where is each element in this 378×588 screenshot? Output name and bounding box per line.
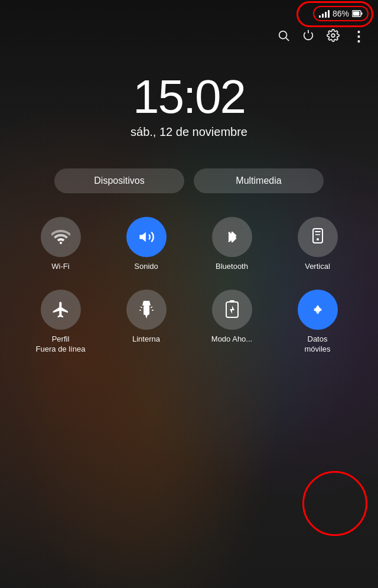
quick-buttons-row: Dispositivos Multimedia xyxy=(0,151,378,205)
linterna-label: Linterna xyxy=(132,334,160,345)
wifi-icon xyxy=(41,217,81,257)
svg-line-4 xyxy=(286,38,289,41)
datos-moviles-label: Datos móviles xyxy=(304,334,330,355)
tile-modo-ahorro[interactable]: Modo Aho... xyxy=(200,290,265,355)
flashlight-icon xyxy=(126,290,167,330)
battery-percent: 86% xyxy=(333,9,349,18)
svg-rect-2 xyxy=(353,12,360,16)
svg-rect-16 xyxy=(230,300,234,303)
modo-ahorro-label: Modo Aho... xyxy=(211,334,252,345)
tiles-row-2: Perfil Fuera de línea Linterna xyxy=(18,290,360,355)
svg-line-12 xyxy=(151,307,152,308)
battery-icon xyxy=(352,10,363,17)
more-icon[interactable]: ⋮ xyxy=(351,28,366,45)
search-icon[interactable] xyxy=(277,29,290,45)
clock-date: sáb., 12 de noviembre xyxy=(0,125,378,139)
tiles-section: Wi-Fi Sonido Bluetooth xyxy=(0,205,378,384)
status-bar: 86% xyxy=(0,0,378,24)
tiles-row-1: Wi-Fi Sonido Bluetooth xyxy=(18,217,360,272)
settings-icon[interactable] xyxy=(327,29,340,45)
perfil-label: Perfil Fuera de línea xyxy=(36,334,86,355)
svg-rect-7 xyxy=(313,229,322,243)
clock-section: 15:02 sáb., 12 de noviembre xyxy=(0,50,378,151)
tile-sonido[interactable]: Sonido xyxy=(114,217,179,272)
power-icon[interactable] xyxy=(302,29,315,45)
top-toolbar: ⋮ xyxy=(0,24,378,50)
bluetooth-icon xyxy=(212,217,252,257)
multimedia-button[interactable]: Multimedia xyxy=(194,168,324,193)
svg-point-8 xyxy=(317,238,319,241)
signal-icon xyxy=(319,9,330,18)
airplane-icon xyxy=(41,290,81,330)
tile-bluetooth[interactable]: Bluetooth xyxy=(200,217,265,272)
svg-point-3 xyxy=(279,31,287,38)
wifi-label: Wi-Fi xyxy=(51,262,69,272)
svg-rect-10 xyxy=(144,306,149,315)
svg-rect-1 xyxy=(361,12,363,15)
battery-save-icon xyxy=(212,290,252,330)
bluetooth-label: Bluetooth xyxy=(216,262,248,272)
battery-status: 86% xyxy=(313,6,369,21)
tile-wifi[interactable]: Wi-Fi xyxy=(28,217,93,272)
svg-line-11 xyxy=(141,307,142,308)
tile-datos-moviles[interactable]: Datos móviles xyxy=(285,290,350,355)
datos-moviles-icon xyxy=(298,290,338,330)
tile-vertical[interactable]: Vertical xyxy=(285,217,350,272)
vertical-label: Vertical xyxy=(305,262,330,272)
svg-rect-9 xyxy=(315,231,321,232)
vertical-icon xyxy=(298,217,338,257)
sonido-icon xyxy=(126,217,167,257)
clock-time: 15:02 xyxy=(0,73,378,121)
tile-perfil[interactable]: Perfil Fuera de línea xyxy=(28,290,93,355)
dispositivos-button[interactable]: Dispositivos xyxy=(54,168,184,193)
svg-point-5 xyxy=(331,34,335,37)
tile-linterna[interactable]: Linterna xyxy=(114,290,179,355)
svg-marker-6 xyxy=(139,232,146,242)
sonido-label: Sonido xyxy=(134,262,158,272)
